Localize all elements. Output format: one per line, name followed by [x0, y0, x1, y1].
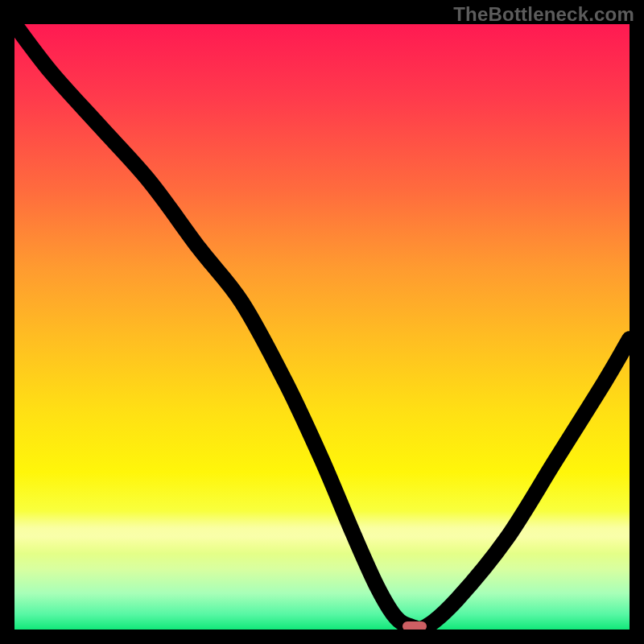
bottleneck-curve: [14, 24, 630, 630]
minimum-marker: [402, 621, 427, 630]
plot-area: [14, 24, 630, 630]
chart-frame: TheBottleneck.com: [0, 0, 644, 644]
watermark-text: TheBottleneck.com: [453, 3, 634, 26]
